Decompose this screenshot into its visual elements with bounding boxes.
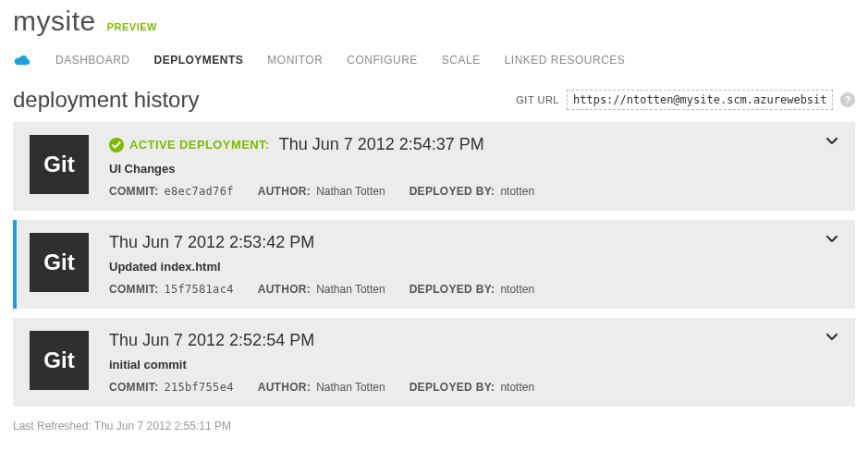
active-deployment-label: ACTIVE DEPLOYMENT: (129, 138, 270, 152)
deployment-body: Thu Jun 7 2012 2:52:54 PMinitial commitC… (109, 331, 838, 394)
nav-monitor[interactable]: MONITOR (267, 54, 323, 67)
section-title: deployment history (13, 87, 199, 113)
active-deployment-badge: ACTIVE DEPLOYMENT: (109, 138, 270, 152)
chevron-down-icon[interactable] (824, 231, 840, 248)
deployment-meta: COMMIT:215bf755e4AUTHOR:Nathan TottenDEP… (109, 381, 838, 394)
deployed-by-label: DEPLOYED BY: (410, 185, 495, 198)
nav-linked-resources[interactable]: LINKED RESOURCES (505, 54, 626, 67)
deployment-list: GitACTIVE DEPLOYMENT:Thu Jun 7 2012 2:54… (13, 122, 855, 407)
commit-message: initial commit (109, 358, 838, 372)
commit-label: COMMIT: (109, 381, 158, 394)
nav-scale[interactable]: SCALE (442, 54, 481, 67)
git-tile: Git (30, 135, 89, 194)
check-circle-icon (109, 138, 124, 152)
commit-hash: 15f7581ac4 (164, 283, 233, 296)
commit-label: COMMIT: (109, 283, 158, 296)
git-url-input[interactable] (567, 90, 833, 110)
author-name: Nathan Totten (316, 381, 385, 394)
last-refreshed: Last Refreshed: Thu Jun 7 2012 2:55:11 P… (13, 420, 855, 433)
deployment-time: Thu Jun 7 2012 2:54:37 PM (279, 135, 484, 154)
deployed-by-name: ntotten (500, 283, 534, 296)
deployed-by-name: ntotten (500, 381, 534, 394)
commit-hash: e8ec7ad76f (164, 185, 233, 198)
commit-message: UI Changes (109, 162, 838, 176)
git-url-label: GIT URL (516, 94, 559, 105)
site-header: mysite PREVIEW (13, 0, 855, 37)
author-label: AUTHOR: (258, 283, 311, 296)
author-name: Nathan Totten (316, 185, 385, 198)
page-title: mysite (13, 6, 96, 37)
deployment-meta: COMMIT:15f7581ac4AUTHOR:Nathan TottenDEP… (109, 283, 838, 296)
deployment-card[interactable]: GitACTIVE DEPLOYMENT:Thu Jun 7 2012 2:54… (13, 122, 855, 211)
deployed-by-label: DEPLOYED BY: (410, 283, 495, 296)
commit-message: Updated index.html (109, 260, 838, 274)
author-label: AUTHOR: (258, 381, 311, 394)
deployment-body: Thu Jun 7 2012 2:53:42 PMUpdated index.h… (109, 233, 838, 296)
deployed-by-label: DEPLOYED BY: (410, 381, 495, 394)
deployment-body: ACTIVE DEPLOYMENT:Thu Jun 7 2012 2:54:37… (109, 135, 838, 198)
git-tile: Git (30, 331, 89, 390)
main-nav: DASHBOARD DEPLOYMENTS MONITOR CONFIGURE … (13, 54, 855, 67)
help-icon[interactable]: ? (840, 92, 855, 107)
deployment-time: Thu Jun 7 2012 2:53:42 PM (109, 233, 314, 252)
nav-dashboard[interactable]: DASHBOARD (55, 54, 130, 67)
commit-label: COMMIT: (109, 185, 158, 198)
deployment-time: Thu Jun 7 2012 2:52:54 PM (109, 331, 314, 350)
deployment-meta: COMMIT:e8ec7ad76fAUTHOR:Nathan TottenDEP… (109, 185, 838, 198)
cloud-icon (13, 54, 31, 67)
commit-hash: 215bf755e4 (164, 381, 233, 394)
chevron-down-icon[interactable] (824, 329, 840, 346)
deployed-by-name: ntotten (500, 185, 534, 198)
nav-configure[interactable]: CONFIGURE (347, 54, 418, 67)
deployment-card[interactable]: GitThu Jun 7 2012 2:52:54 PMinitial comm… (13, 318, 855, 407)
author-name: Nathan Totten (316, 283, 385, 296)
preview-label: PREVIEW (107, 21, 157, 32)
author-label: AUTHOR: (258, 185, 311, 198)
git-tile: Git (30, 233, 89, 292)
deployment-card[interactable]: GitThu Jun 7 2012 2:53:42 PMUpdated inde… (13, 220, 855, 309)
nav-deployments[interactable]: DEPLOYMENTS (154, 54, 244, 67)
chevron-down-icon[interactable] (824, 133, 840, 150)
